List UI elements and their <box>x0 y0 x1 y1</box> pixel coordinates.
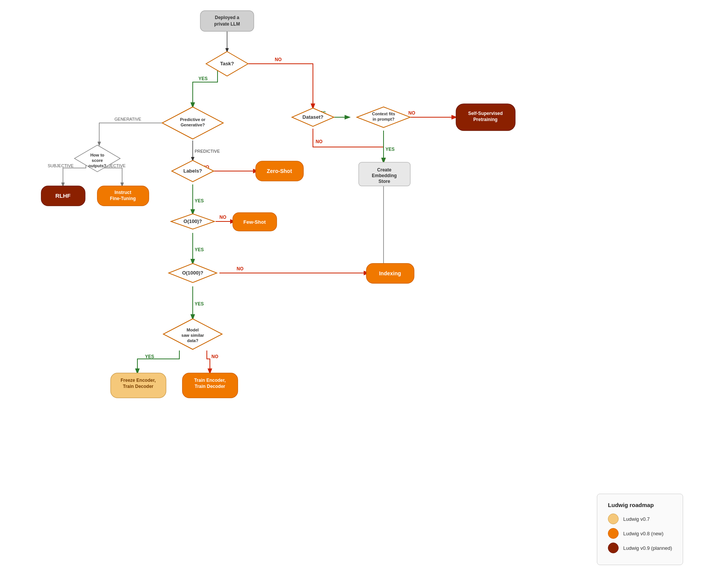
yes-label-o100-o1000: YES <box>195 247 204 252</box>
yes-label-task-pred: YES <box>198 76 208 81</box>
no-label-task-dataset: NO <box>275 57 282 62</box>
legend-item-v07: Ludwig v0.7 <box>608 514 672 524</box>
no-label-context-selfsup: NO <box>408 110 415 116</box>
legend-dot-v09 <box>608 543 619 553</box>
legend-dot-v07 <box>608 514 619 524</box>
context-fits-label: Context fits <box>372 111 395 116</box>
model-similar-label3: data? <box>187 338 198 343</box>
self-supervised-node: Self-Supervised Pretraining <box>456 104 515 131</box>
yes-label-labels-o100: YES <box>195 198 204 204</box>
few-shot-node: Few-Shot <box>233 213 277 231</box>
how-score-label3: outputs? <box>88 163 106 168</box>
freeze-encoder-node: Freeze Encoder, Train Decoder <box>111 373 166 398</box>
instruct-ft-label: Instruct <box>114 190 131 195</box>
o100-diamond: O(100)? <box>171 214 214 229</box>
legend-item-v09: Ludwig v0.9 (planned) <box>608 543 672 553</box>
instruct-ft-label2: Fine-Tuning <box>110 196 136 201</box>
model-similar-diamond: Model saw similar data? <box>163 319 222 349</box>
train-encoder-label: Train Encoder, <box>194 378 226 383</box>
freeze-encoder-label2: Train Decoder <box>123 384 153 389</box>
labels-diamond: Labels? <box>172 160 214 182</box>
deployed-llm-label: Deployed a <box>215 15 239 20</box>
create-embedding-label3: Store <box>379 179 390 184</box>
dataset-diamond: Dataset? <box>292 108 334 126</box>
model-similar-label: Model <box>187 328 199 332</box>
self-supervised-label: Self-Supervised <box>468 111 503 116</box>
rlhf-label: RLHF <box>55 192 71 199</box>
dataset-label: Dataset? <box>303 114 324 120</box>
model-similar-label2: saw similar <box>181 333 204 338</box>
context-fits-label2: in prompt? <box>372 117 395 121</box>
deployed-llm-node: Deployed a private LLM <box>200 11 254 31</box>
pred-gen-diamond: Predictive or Generative? <box>162 107 223 139</box>
freeze-encoder-label: Freeze Encoder, <box>121 378 156 383</box>
subjective-label: SUBJECTIVE <box>48 163 74 168</box>
legend-label-v09: Ludwig v0.9 (planned) <box>623 545 672 551</box>
create-embedding-label: Create <box>377 167 392 173</box>
pred-gen-label: Predictive or <box>180 117 206 122</box>
rlhf-node: RLHF <box>41 186 85 206</box>
create-embedding-label2: Embedding <box>372 173 397 178</box>
zero-shot-label: Zero-Shot <box>267 168 292 174</box>
o100-label: O(100)? <box>184 218 202 224</box>
pred-gen-label2: Generative? <box>181 123 205 127</box>
legend-title: Ludwig roadmap <box>608 502 672 508</box>
how-score-label: How to <box>90 153 105 157</box>
predictive-label: PREDICTIVE <box>195 149 220 153</box>
legend-label-v07: Ludwig v0.7 <box>623 516 650 522</box>
few-shot-label: Few-Shot <box>243 219 266 225</box>
how-score-label2: score <box>92 158 103 163</box>
yes-label-context-embed: YES <box>385 147 395 152</box>
svg-rect-1 <box>200 11 254 31</box>
no-label-model-train: NO <box>211 354 218 359</box>
generative-label: GENERATIVE <box>114 117 141 121</box>
legend-label-v08: Ludwig v0.8 (new) <box>623 531 664 536</box>
legend-item-v08: Ludwig v0.8 (new) <box>608 528 672 539</box>
no-label-o1000-indexing: NO <box>237 266 243 271</box>
task-label: Task? <box>220 61 234 66</box>
train-encoder-label2: Train Decoder <box>195 384 225 389</box>
no-label-o100-fewshot: NO <box>219 215 226 220</box>
indexing-node: Indexing <box>366 263 414 283</box>
legend: Ludwig roadmap Ludwig v0.7 Ludwig v0.8 (… <box>597 494 683 565</box>
labels-label: Labels? <box>183 168 202 174</box>
train-encoder-node: Train Encoder, Train Decoder <box>182 373 238 398</box>
yes-label-o1000-model: YES <box>195 301 204 307</box>
zero-shot-node: Zero-Shot <box>256 161 303 181</box>
task-diamond: Task? <box>206 52 248 76</box>
no-label-dataset-embed: NO <box>316 139 322 144</box>
o1000-label: O(1000)? <box>182 270 203 276</box>
create-embedding-node: Create Embedding Store <box>359 162 410 186</box>
deployed-llm-label2: private LLM <box>214 21 240 27</box>
indexing-label: Indexing <box>379 270 401 276</box>
o1000-diamond: O(1000)? <box>169 263 217 283</box>
context-fits-diamond: Context fits in prompt? <box>357 107 410 128</box>
instruct-ft-node: Instruct Fine-Tuning <box>97 186 149 206</box>
self-supervised-label2: Pretraining <box>473 117 497 122</box>
legend-dot-v08 <box>608 528 619 539</box>
yes-label-model-freeze: YES <box>145 354 154 359</box>
